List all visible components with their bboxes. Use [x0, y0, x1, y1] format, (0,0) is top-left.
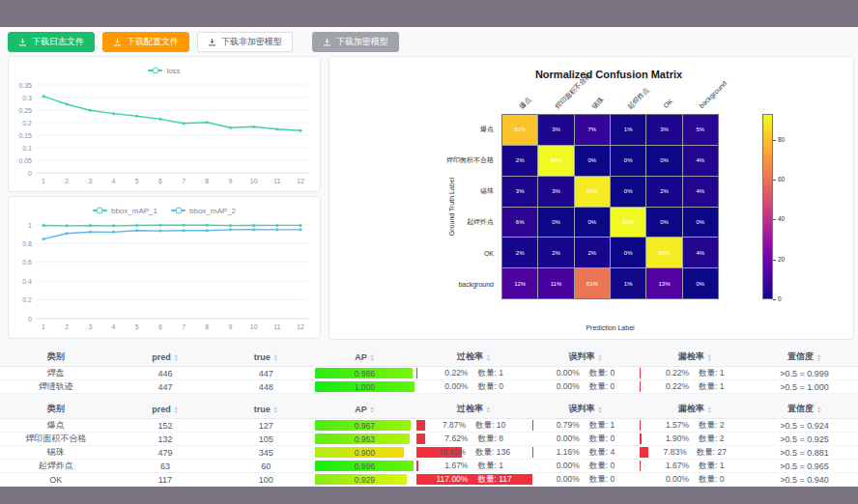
- matrix-cell: 12%: [502, 268, 537, 298]
- sort-caret-icon[interactable]: ▲▼: [486, 353, 491, 361]
- column-header-label: AP: [355, 352, 367, 362]
- table-row: 锡珠4793450.90039.42%数量: 1361.16%数量: 47.83…: [0, 446, 858, 460]
- sort-caret-icon[interactable]: ▲▼: [707, 406, 712, 413]
- cell-over-rate: 0.00%数量: 0: [416, 380, 532, 394]
- cell-mis-rate: 0.00%数量: 0: [532, 433, 640, 446]
- cell-pred: 132: [111, 433, 218, 446]
- legend-item-bbox_mAP_1[interactable]: bbox_mAP_1: [93, 207, 157, 215]
- svg-text:2: 2: [65, 323, 69, 330]
- column-header-ap[interactable]: AP▲▼: [313, 348, 416, 367]
- download-log-button[interactable]: 下载日志文件: [8, 32, 95, 52]
- cell-true: 448: [218, 380, 313, 394]
- column-header-conf[interactable]: 置信度▲▼: [751, 348, 858, 367]
- column-header-pred[interactable]: pred▲▼: [111, 400, 218, 419]
- download-encrypted-model-button[interactable]: 下载加密模型: [312, 32, 399, 52]
- column-header-ap[interactable]: AP▲▼: [313, 400, 416, 419]
- rate-percent: 7.87%: [443, 420, 466, 430]
- matrix-cell: 11%: [538, 268, 573, 298]
- sort-caret-icon[interactable]: ▲▼: [598, 353, 603, 361]
- matrix-col-label: 爆点: [517, 95, 532, 110]
- rate-count: 数量: 1: [589, 420, 615, 430]
- sort-caret-icon[interactable]: ▲▼: [174, 353, 179, 361]
- confusion-matrix-plot: 81%3%7%1%3%5%2%93%0%0%0%4%3%3%90%0%2%4%6…: [329, 57, 853, 339]
- svg-text:0: 0: [28, 316, 32, 322]
- loss-chart-legend: loss: [9, 57, 320, 78]
- column-header-label: 置信度: [787, 351, 814, 361]
- sort-caret-icon[interactable]: ▲▼: [707, 353, 712, 361]
- column-header-label: 漏检率: [678, 351, 704, 361]
- svg-text:7: 7: [182, 323, 186, 330]
- sort-caret-icon[interactable]: ▲▼: [370, 353, 375, 361]
- sort-caret-icon[interactable]: ▲▼: [174, 406, 179, 413]
- cell-ap: 1.000: [313, 380, 416, 394]
- rate-percent: 0.22%: [666, 368, 689, 378]
- column-header-true[interactable]: true▲▼: [218, 348, 313, 367]
- rate-count: 数量: 10: [475, 420, 505, 430]
- sort-caret-icon[interactable]: ▲▼: [486, 406, 491, 413]
- matrix-cell: 90%: [575, 177, 610, 207]
- sort-caret-icon[interactable]: ▲▼: [598, 406, 603, 413]
- matrix-cell: 2%: [502, 146, 537, 176]
- rate-bar: [640, 461, 642, 471]
- cell-class-name: 焊印面积不合格: [0, 433, 111, 446]
- colorbar-tick-label: 20: [778, 256, 785, 263]
- button-label: 下载加密模型: [336, 36, 388, 48]
- matrix-xlabel: Prediction Label: [501, 324, 719, 331]
- download-config-button[interactable]: 下载配置文件: [102, 32, 189, 52]
- svg-text:0: 0: [28, 170, 32, 177]
- rate-percent: 1.67%: [666, 461, 689, 470]
- legend-item-bbox_mAP_2[interactable]: bbox_mAP_2: [171, 207, 236, 215]
- svg-text:10: 10: [250, 178, 258, 184]
- svg-text:0.8: 0.8: [22, 240, 32, 247]
- sort-caret-icon[interactable]: ▲▼: [273, 406, 278, 413]
- ap-value: 0.967: [355, 421, 375, 431]
- rate-count: 数量: 1: [699, 461, 724, 470]
- column-header-miss[interactable]: 漏检率▲▼: [640, 400, 751, 419]
- page-content: 下载日志文件下载配置文件下载非加密模型下载加密模型 loss 00.050.10…: [0, 27, 858, 487]
- matrix-cell: 3%: [646, 115, 681, 145]
- legend-item-loss[interactable]: loss: [148, 67, 180, 75]
- column-header-miss[interactable]: 漏检率▲▼: [640, 348, 751, 367]
- confusion-matrix-card: Normalized Confusion Matrix 81%3%7%1%3%5…: [329, 56, 854, 340]
- rate-percent: 0.00%: [557, 434, 580, 443]
- column-header-label: AP: [355, 405, 367, 414]
- sort-caret-icon[interactable]: ▲▼: [370, 406, 375, 413]
- cell-pred: 152: [111, 419, 218, 433]
- download-icon: [208, 38, 216, 46]
- matrix-cell: 0%: [646, 208, 681, 238]
- sort-caret-icon[interactable]: ▲▼: [816, 406, 821, 413]
- svg-text:5: 5: [135, 178, 139, 184]
- svg-text:4: 4: [112, 178, 116, 184]
- metrics-tables: 类别pred▲▼true▲▼AP▲▼过检率▲▼误判率▲▼漏检率▲▼置信度▲▼焊盘…: [0, 348, 858, 487]
- colorbar: [762, 114, 773, 299]
- column-header-over[interactable]: 过检率▲▼: [416, 400, 532, 419]
- button-label: 下载配置文件: [127, 36, 179, 48]
- column-header-mis[interactable]: 误判率▲▼: [532, 348, 640, 367]
- sort-caret-icon[interactable]: ▲▼: [816, 353, 821, 361]
- column-header-conf[interactable]: 置信度▲▼: [751, 400, 858, 419]
- column-header-true[interactable]: true▲▼: [218, 400, 313, 419]
- rate-count: 数量: 1: [699, 368, 724, 378]
- column-header-pred[interactable]: pred▲▼: [111, 348, 218, 367]
- column-header-name: 类别: [0, 348, 111, 367]
- rate-count: 数量: 27: [697, 447, 727, 457]
- cell-miss-rate: 1.67%数量: 1: [640, 460, 751, 473]
- svg-text:6: 6: [158, 323, 162, 330]
- column-header-label: 漏检率: [678, 404, 704, 413]
- sort-caret-icon[interactable]: ▲▼: [273, 353, 278, 361]
- download-unencrypted-model-button[interactable]: 下载非加密模型: [197, 32, 293, 52]
- column-header-mis[interactable]: 误判率▲▼: [532, 400, 640, 419]
- svg-text:7: 7: [182, 178, 186, 184]
- cell-ap: 0.996: [313, 460, 416, 473]
- cell-mis-rate: 0.00%数量: 0: [532, 460, 640, 473]
- cell-mis-rate: 1.16%数量: 4: [532, 446, 640, 460]
- rate-count: 数量: 0: [589, 434, 615, 443]
- cell-over-rate: 39.42%数量: 136: [416, 446, 532, 460]
- column-header-over[interactable]: 过检率▲▼: [416, 348, 532, 367]
- rate-count: 数量: 1: [477, 461, 502, 470]
- rate-percent: 1.16%: [557, 447, 580, 457]
- svg-text:0.05: 0.05: [18, 157, 32, 164]
- cell-true: 100: [218, 473, 313, 487]
- rate-percent: 0.00%: [666, 474, 689, 484]
- app-window: 下载日志文件下载配置文件下载非加密模型下载加密模型 loss 00.050.10…: [0, 0, 858, 504]
